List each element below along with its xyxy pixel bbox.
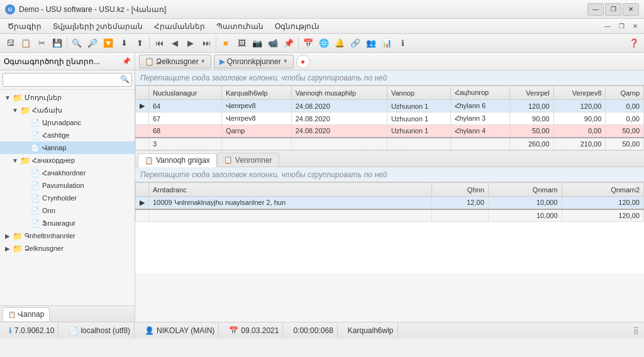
expander-sub1 bbox=[20, 168, 30, 178]
sidebar-item-sub3[interactable]: 📄 Ступholder bbox=[0, 192, 135, 204]
tb-photo[interactable]: 📷 bbox=[250, 36, 265, 51]
brow1-col3: 10,000 bbox=[488, 197, 562, 209]
sidebar-item-hachakhordner[interactable]: ▼ 📁 Հaчахорднер bbox=[0, 154, 135, 167]
bcol-artadranc[interactable]: Arntadranc bbox=[149, 183, 432, 197]
tb-info[interactable]: ℹ bbox=[395, 36, 410, 51]
col-vannoqh[interactable]: Vannoqh musaphilp bbox=[291, 86, 387, 100]
bottom-table-area[interactable]: Arntadranc Qhnn Qnmarn Qnmarn2 ▶ 10009 Կ… bbox=[135, 182, 644, 273]
table-row[interactable]: 68 Qarnp 24.08.2020 Uzhuunon 1 Հhylann 4… bbox=[136, 125, 644, 138]
tb-filter3[interactable]: ⬆ bbox=[132, 36, 147, 51]
bcol-qnmarn2[interactable]: Qnmarn2 bbox=[562, 183, 643, 197]
table-row[interactable]: ▶ 64 Վenrpev8 24.08.2020 Uzhuunon 1 Հhyl… bbox=[136, 100, 644, 113]
bottom-table-header: Arntadranc Qhnn Qnmarn Qnmarn2 bbox=[136, 183, 644, 197]
menu-maximize[interactable]: ❐ bbox=[615, 21, 628, 32]
maximize-button[interactable]: ❐ bbox=[605, 3, 621, 16]
tb-cut[interactable]: ✂ bbox=[34, 36, 49, 51]
sidebar-bottom-tab: 📋 Վannap bbox=[0, 305, 135, 322]
sidebar-item-modules[interactable]: ▼ 📁 Մոդուլներ bbox=[0, 91, 135, 104]
stop-button[interactable]: ● bbox=[296, 55, 310, 69]
menu-commands[interactable]: Հրամաններ bbox=[149, 21, 210, 32]
qnronnkp-button[interactable]: ▶ Qnronnkpjunner ▼ bbox=[214, 55, 294, 69]
total-col7: 50,00 bbox=[606, 138, 644, 150]
tb-save[interactable]: 💾 bbox=[50, 36, 65, 51]
sidebar-item-hashtige[interactable]: 📄 Հashtige bbox=[0, 129, 135, 141]
tb-link[interactable]: 🔗 bbox=[348, 36, 363, 51]
col-karqualh[interactable]: Karqualh6wlp bbox=[221, 86, 291, 100]
tb-pin[interactable]: 📌 bbox=[281, 36, 296, 51]
close-button[interactable]: ✕ bbox=[623, 3, 639, 16]
sidebar-pin-icon[interactable]: 📌 bbox=[122, 57, 131, 65]
tb-find[interactable]: 🔍 bbox=[69, 36, 84, 51]
sidebar-label-direlt: Գnheltnnhannler bbox=[25, 232, 75, 240]
menu-minimize[interactable]: — bbox=[601, 21, 614, 32]
main-table-area[interactable]: Nucluslanagur Karqualh6wlp Vannoqh musap… bbox=[135, 85, 644, 150]
col-venrpev8[interactable]: Venrpev8 bbox=[553, 86, 606, 100]
tb-nav4[interactable]: ⏭ bbox=[199, 36, 214, 51]
total-col6: 210,00 bbox=[553, 138, 606, 150]
tb-nav2[interactable]: ◀ bbox=[167, 36, 182, 51]
menu-help[interactable]: Օգնություն bbox=[270, 21, 325, 32]
menu-program[interactable]: Ծրագիր bbox=[3, 21, 47, 32]
page-icon-vanar: 📄 bbox=[30, 143, 40, 153]
sidebar-item-delknus[interactable]: ▶ 📁 Ձelknusgner bbox=[0, 242, 135, 255]
col-vannop[interactable]: Vannop bbox=[387, 86, 450, 100]
tb-filter[interactable]: 🔽 bbox=[101, 36, 116, 51]
tb-img[interactable]: 🖼 bbox=[234, 36, 249, 51]
menu-database[interactable]: Տվյալների շտեմարան bbox=[48, 21, 148, 32]
page-icon-sub3: 📄 bbox=[30, 193, 40, 203]
bottom-table-row[interactable]: ▶ 10009 Կnlnmaklnayjhu nuaylsanlner 2, h… bbox=[136, 197, 644, 209]
tb-cam[interactable]: 📹 bbox=[265, 36, 280, 51]
sidebar-search-input[interactable] bbox=[3, 73, 132, 87]
tab-vannoqh-gnigax[interactable]: 📋 Vannoqh gnigax bbox=[138, 153, 217, 167]
zelknusgner-button[interactable]: 📋 Ձelknusgner ▼ bbox=[139, 55, 211, 69]
bcol-qnmarn1[interactable]: Qnmarn bbox=[488, 183, 562, 197]
tb-chart[interactable]: 📊 bbox=[379, 36, 394, 51]
tb-nav1[interactable]: ⏮ bbox=[152, 36, 167, 51]
status-module-text: Karqualh6wlp bbox=[348, 326, 394, 335]
col-hachunrop[interactable]: Հaцhunrop bbox=[450, 86, 509, 100]
menu-window[interactable]: Պատուհան bbox=[211, 21, 269, 32]
main-panel: 📋 Ձelknusgner ▼ ▶ Qnronnkpjunner ▼ ● Пер… bbox=[135, 53, 644, 322]
table-row[interactable]: 67 Վenrpev8 24.08.2020 Uzhuunon 1 Հhylan… bbox=[136, 113, 644, 125]
total-empty4 bbox=[450, 138, 509, 150]
minimize-button[interactable]: — bbox=[587, 3, 604, 16]
status-time: 0:00:00:068 bbox=[289, 322, 337, 338]
folder-icon-modules: 📁 bbox=[13, 92, 23, 102]
tb-nav3[interactable]: ▶ bbox=[183, 36, 198, 51]
tb-cal[interactable]: 📅 bbox=[301, 36, 316, 51]
tb-web[interactable]: 🌐 bbox=[316, 36, 331, 51]
sidebar-item-sub1[interactable]: 📄 Հaчakhordner bbox=[0, 167, 135, 179]
tb-find2[interactable]: 🔎 bbox=[85, 36, 100, 51]
bcol-qhnn[interactable]: Qhnn bbox=[432, 183, 489, 197]
sidebar-item-direlt[interactable]: ▶ 📁 Գnheltnnhannler bbox=[0, 229, 135, 242]
col-venrpel[interactable]: Venrpel bbox=[509, 86, 553, 100]
sidebar-item-sub2[interactable]: 📄 Pavumulation bbox=[0, 179, 135, 192]
app-icon: U bbox=[5, 4, 15, 14]
col-qarnp[interactable]: Qarnp bbox=[606, 86, 644, 100]
brow1-indicator: ▶ bbox=[136, 197, 149, 209]
tab-venromner[interactable]: 📋 Venromner bbox=[217, 153, 279, 167]
folder-icon-hachu: 📁 bbox=[20, 105, 30, 115]
tb-copy[interactable]: 📋 bbox=[18, 36, 33, 51]
col-nucluslanagur[interactable]: Nucluslanagur bbox=[149, 86, 222, 100]
tb-help-right[interactable]: ❓ bbox=[626, 36, 641, 51]
status-resize-icon: ⣿ bbox=[633, 326, 639, 335]
tb-users[interactable]: 👥 bbox=[364, 36, 379, 51]
menu-close[interactable]: ✕ bbox=[629, 21, 641, 32]
sidebar-item-hachu[interactable]: ▼ 📁 Հաճախ bbox=[0, 104, 135, 116]
tab2-icon: 📋 bbox=[224, 156, 233, 164]
tb-bell[interactable]: 🔔 bbox=[332, 36, 347, 51]
sidebar-tab-vanar[interactable]: 📋 Վannap bbox=[3, 307, 50, 321]
sidebar-item-sub5[interactable]: 📄 Ֆnuaragur bbox=[0, 217, 135, 229]
tb-yellow[interactable]: ■ bbox=[218, 36, 233, 51]
sidebar-item-vanar[interactable]: 📄 Վannap bbox=[0, 141, 135, 154]
sidebar-item-sub4[interactable]: 📄 Onn bbox=[0, 204, 135, 217]
tb-new[interactable]: 🖫 bbox=[3, 36, 18, 51]
page-icon-sub2: 📄 bbox=[30, 180, 40, 190]
page-icon-sub5: 📄 bbox=[30, 218, 40, 228]
sidebar-item-artadranc[interactable]: 📄 Արտadpanc bbox=[0, 116, 135, 129]
row3-indicator bbox=[136, 125, 149, 138]
status-user-text: NIKOLAY (MAIN) bbox=[157, 326, 214, 335]
tb-filter2[interactable]: ⬇ bbox=[116, 36, 131, 51]
total-empty1 bbox=[221, 138, 291, 150]
